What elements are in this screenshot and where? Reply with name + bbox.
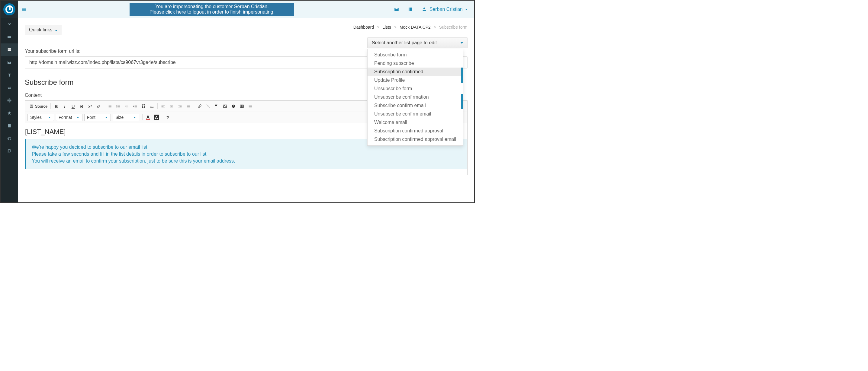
help-button[interactable]: ?	[163, 113, 172, 121]
nav-globe[interactable]	[1, 94, 18, 107]
quick-links-button[interactable]: Quick links	[25, 25, 62, 35]
hr-icon	[248, 104, 253, 109]
page-option-unsubscribe-form[interactable]: Unsubscribe form	[368, 85, 463, 93]
nav-dashboard[interactable]	[1, 18, 18, 31]
align-right-icon	[178, 104, 182, 109]
page-option-subscribe-form[interactable]: Subscribe form	[368, 51, 463, 59]
indent-button[interactable]	[131, 102, 139, 110]
ul-button[interactable]	[114, 102, 122, 110]
superscript-button[interactable]: x2	[94, 102, 103, 110]
indent-icon	[132, 104, 137, 109]
messages-icon[interactable]	[394, 7, 399, 12]
nav-copy[interactable]	[1, 145, 18, 158]
breadcrumb-lists[interactable]: Lists	[382, 25, 391, 30]
globe-icon	[7, 98, 12, 103]
align-center-button[interactable]	[167, 102, 176, 110]
impersonate-line1-post: .	[267, 4, 269, 9]
nav-flow[interactable]	[1, 81, 18, 94]
library-icon[interactable]	[408, 7, 413, 12]
nav-mail[interactable]	[1, 56, 18, 69]
bars-icon	[22, 7, 27, 12]
scrollbar[interactable]	[461, 68, 463, 82]
svg-point-0	[117, 105, 117, 106]
page-option-subscription-confirmed-approval[interactable]: Subscription confirmed approval	[368, 127, 463, 135]
size-label: Size	[115, 115, 124, 120]
italic-button[interactable]: I	[60, 102, 69, 110]
subscript-button[interactable]: x2	[86, 102, 94, 110]
page-select-label: Select another list page to edit	[372, 40, 437, 45]
user-menu[interactable]: Serban Cristian	[422, 7, 467, 12]
breadcrumb-listname[interactable]: Mock DATA CP2	[400, 25, 431, 30]
page-option-unsubscribe-confirm-email[interactable]: Unsubscribe confirm email	[368, 110, 463, 118]
bg-color-button[interactable]: A	[152, 113, 161, 121]
underline-button[interactable]: U	[69, 102, 77, 110]
link-button[interactable]	[195, 102, 204, 110]
gauge-icon	[7, 22, 12, 27]
source-icon	[29, 104, 33, 108]
ol-icon	[107, 104, 112, 109]
anchor-button[interactable]	[212, 102, 221, 110]
brand-logo[interactable]	[1, 1, 18, 18]
page-option-subscription-confirmed-approval-email[interactable]: Subscription confirmed approval email	[368, 135, 463, 143]
nav-lists[interactable]	[1, 43, 18, 56]
styles-select[interactable]: Styles	[28, 114, 54, 121]
page-select-menu: Subscribe form Pending subscribe Subscri…	[367, 49, 463, 146]
impersonate-customer: Serban Cristian	[234, 4, 267, 9]
page-option-welcome-email[interactable]: Welcome email	[368, 118, 463, 127]
image-button[interactable]	[221, 102, 229, 110]
impersonate-logout-link[interactable]: here	[176, 9, 186, 14]
source-label: Source	[35, 104, 48, 109]
pagebreak-button[interactable]	[148, 102, 156, 110]
svg-point-1	[117, 106, 117, 106]
caret-down-icon	[48, 117, 51, 118]
nav-settings[interactable]	[1, 132, 18, 145]
bold-button[interactable]: B	[52, 102, 60, 110]
nav-books[interactable]	[1, 120, 18, 132]
menu-toggle-button[interactable]	[18, 1, 30, 18]
impersonate-line2-pre: Please click	[150, 9, 176, 14]
nav-cards[interactable]	[1, 31, 18, 43]
embed-button[interactable]	[229, 102, 238, 110]
impersonate-banner: You are impersonating the customer Serba…	[130, 3, 294, 16]
format-label: Format	[59, 115, 72, 120]
page-select-button[interactable]: Select another list page to edit	[367, 37, 467, 48]
ol-button[interactable]	[105, 102, 114, 110]
nav-star[interactable]	[1, 107, 18, 120]
source-button[interactable]: Source	[28, 103, 49, 109]
quick-links-label: Quick links	[29, 27, 52, 32]
gear-icon	[7, 136, 12, 141]
outdent-icon	[124, 104, 129, 109]
link-icon	[197, 104, 202, 109]
page-option-pending-subscribe[interactable]: Pending subscribe	[368, 59, 463, 68]
table-button[interactable]	[238, 102, 246, 110]
size-select[interactable]: Size	[113, 114, 139, 121]
breadcrumb-dashboard[interactable]: Dashboard	[353, 25, 374, 30]
align-left-button[interactable]	[159, 102, 167, 110]
format-select[interactable]: Format	[56, 114, 83, 121]
nav-text[interactable]	[1, 69, 18, 81]
page-option-subscription-confirmed[interactable]: Subscription confirmed	[368, 68, 463, 76]
text-color-button[interactable]: A	[144, 113, 152, 121]
align-justify-button[interactable]	[184, 102, 193, 110]
embed-icon	[231, 104, 236, 109]
text-icon	[7, 73, 12, 77]
scrollbar[interactable]	[461, 94, 463, 109]
breadcrumb: Dashboard > Lists > Mock DATA CP2 > Subs…	[353, 25, 467, 30]
hr-button[interactable]	[246, 102, 255, 110]
page-option-update-profile[interactable]: Update Profile	[368, 76, 463, 85]
card-icon	[7, 35, 12, 39]
list-icon	[7, 47, 12, 52]
font-select[interactable]: Font	[84, 114, 111, 121]
caret-down-icon	[133, 117, 136, 118]
svg-point-3	[224, 105, 225, 106]
page-option-unsubscribe-confirmation[interactable]: Unsubscribe confirmation	[368, 93, 463, 101]
pagebreak-icon	[150, 104, 154, 109]
page-option-subscribe-confirm-email[interactable]: Subscribe confirm email	[368, 101, 463, 110]
caret-down-icon	[465, 9, 467, 10]
specialchar-button[interactable]: Ω	[139, 102, 148, 110]
align-right-button[interactable]	[176, 102, 184, 110]
page-select: Select another list page to edit Subscri…	[367, 37, 467, 146]
strike-button[interactable]: S	[77, 102, 86, 110]
user-name: Serban Cristian	[430, 7, 463, 12]
flag-icon	[214, 104, 219, 109]
